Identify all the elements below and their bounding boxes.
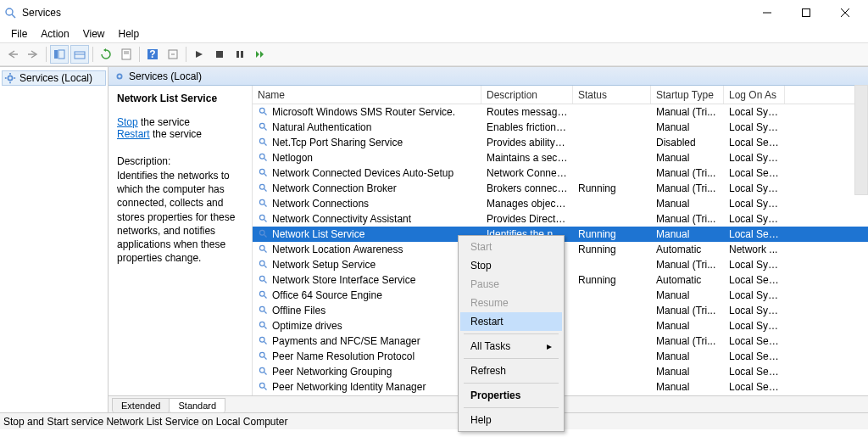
tree-root-item[interactable]: Services (Local)	[2, 70, 106, 86]
svg-point-33	[259, 154, 264, 159]
svg-line-38	[264, 188, 266, 191]
service-row[interactable]: Network Connection BrokerBrokers connect…	[253, 181, 868, 196]
svg-line-40	[264, 204, 266, 206]
stop-service-button[interactable]	[210, 45, 229, 64]
tree-pane: Services (Local)	[0, 67, 108, 412]
svg-point-61	[259, 367, 264, 373]
pause-service-button[interactable]	[231, 45, 249, 64]
svg-line-36	[264, 173, 266, 176]
chevron-right-icon: ▸	[547, 340, 552, 352]
service-row[interactable]: Network ConnectionsManages objects...Man…	[253, 196, 868, 211]
svg-rect-19	[236, 51, 239, 58]
svg-point-49	[259, 276, 264, 281]
ctx-resume: Resume	[460, 294, 562, 312]
close-button[interactable]	[826, 0, 865, 25]
svg-point-63	[259, 383, 264, 388]
svg-line-48	[264, 265, 266, 267]
restart-link[interactable]: Restart	[117, 128, 150, 140]
service-row[interactable]: Network Connectivity AssistantProvides D…	[253, 211, 868, 227]
ctx-refresh[interactable]: Refresh	[460, 361, 562, 380]
service-row[interactable]: Microsoft Windows SMS Router Service.Rou…	[253, 104, 868, 120]
svg-line-64	[264, 387, 266, 389]
description-text: Identifies the networks to which the com…	[117, 169, 245, 265]
svg-line-30	[264, 127, 266, 130]
svg-point-45	[259, 245, 264, 250]
svg-point-29	[259, 123, 264, 128]
window-title: Services	[22, 7, 61, 19]
svg-line-52	[264, 295, 266, 298]
service-row[interactable]: NetlogonMaintains a secur...ManualLocal …	[253, 150, 868, 165]
tab-extended[interactable]: Extended	[112, 398, 170, 412]
col-status[interactable]: Status	[573, 86, 651, 104]
right-pane-header: Services (Local)	[108, 67, 868, 86]
svg-line-56	[264, 326, 266, 328]
svg-rect-10	[75, 52, 85, 59]
app-icon	[3, 6, 17, 20]
ctx-restart[interactable]: Restart	[460, 312, 562, 331]
svg-rect-12	[122, 49, 131, 59]
minimize-button[interactable]	[748, 0, 787, 25]
service-row[interactable]: Net.Tcp Port Sharing ServiceProvides abi…	[253, 135, 868, 150]
ctx-pause: Pause	[460, 275, 562, 294]
svg-line-54	[264, 311, 266, 313]
svg-text:?: ?	[149, 48, 155, 60]
menubar: File Action View Help	[0, 25, 868, 42]
stop-link[interactable]: Stop	[117, 116, 138, 128]
show-hide-tree-button[interactable]	[50, 45, 69, 64]
menu-view[interactable]: View	[77, 26, 111, 42]
refresh-button[interactable]	[97, 45, 115, 64]
ctx-all-tasks[interactable]: All Tasks▸	[460, 337, 562, 356]
description-label: Description:	[117, 155, 245, 167]
scrollbar[interactable]	[854, 85, 868, 195]
svg-line-50	[264, 280, 266, 283]
svg-line-44	[264, 234, 266, 237]
svg-point-0	[6, 8, 13, 15]
svg-rect-8	[54, 50, 58, 59]
service-row[interactable]: Natural AuthenticationEnables friction-f…	[253, 120, 868, 135]
restart-service-button[interactable]	[251, 45, 270, 64]
col-startup[interactable]: Startup Type	[651, 86, 724, 104]
svg-rect-20	[241, 51, 243, 58]
action-button[interactable]	[164, 45, 182, 64]
svg-point-27	[259, 108, 264, 113]
svg-point-43	[259, 230, 264, 235]
menu-file[interactable]: File	[5, 26, 33, 42]
col-name[interactable]: Name	[253, 86, 481, 104]
maximize-button[interactable]	[787, 0, 826, 25]
col-description[interactable]: Description	[481, 86, 573, 104]
svg-point-59	[259, 352, 264, 357]
svg-point-53	[259, 306, 264, 311]
ctx-help[interactable]: Help	[460, 411, 562, 429]
svg-line-62	[264, 372, 266, 374]
svg-point-37	[259, 184, 264, 189]
svg-line-32	[264, 143, 266, 145]
service-row[interactable]: Network Connected Devices Auto-SetupNetw…	[253, 165, 868, 181]
svg-point-41	[259, 215, 264, 220]
svg-rect-18	[216, 51, 223, 58]
export-button[interactable]	[70, 45, 89, 64]
ctx-stop[interactable]: Stop	[460, 256, 562, 275]
column-headers: Name Description Status Startup Type Log…	[253, 86, 868, 104]
menu-help[interactable]: Help	[113, 26, 146, 42]
tree-root-label: Services (Local)	[19, 72, 92, 84]
right-pane-title: Services (Local)	[129, 70, 202, 82]
properties-button[interactable]	[117, 45, 136, 64]
context-menu: Start Stop Pause Resume Restart All Task…	[458, 235, 565, 432]
gear-icon	[114, 70, 125, 82]
svg-point-35	[259, 169, 264, 174]
svg-line-46	[264, 249, 266, 252]
forward-button[interactable]	[24, 45, 42, 64]
svg-line-1	[12, 14, 15, 18]
col-logon[interactable]: Log On As	[724, 86, 785, 104]
status-text: Stop and Start service Network List Serv…	[3, 416, 287, 428]
ctx-properties[interactable]: Properties	[460, 386, 562, 405]
gear-icon	[4, 72, 16, 84]
tab-standard[interactable]: Standard	[169, 398, 225, 412]
toolbar: ?	[0, 42, 868, 66]
selected-service-name: Network List Service	[117, 92, 245, 104]
menu-action[interactable]: Action	[35, 26, 75, 42]
back-button[interactable]	[3, 45, 22, 64]
svg-line-60	[264, 356, 266, 359]
start-service-button[interactable]	[190, 45, 209, 64]
help-button[interactable]: ?	[143, 45, 162, 64]
